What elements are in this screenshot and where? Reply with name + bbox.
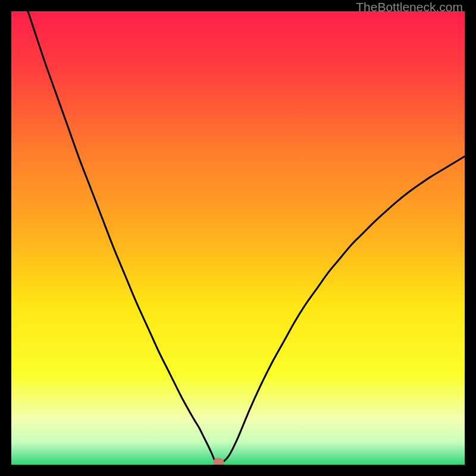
- bottleneck-chart: [11, 11, 465, 465]
- watermark-text: TheBottleneck.com: [356, 0, 463, 14]
- chart-background: [11, 11, 465, 465]
- chart-frame: [11, 11, 465, 465]
